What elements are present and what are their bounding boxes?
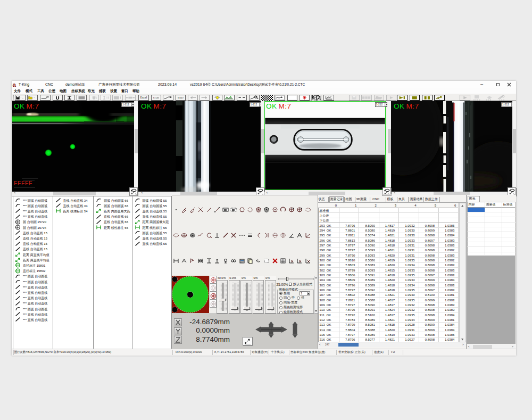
svg-text:FFFFF: FFFFF [14,180,32,186]
